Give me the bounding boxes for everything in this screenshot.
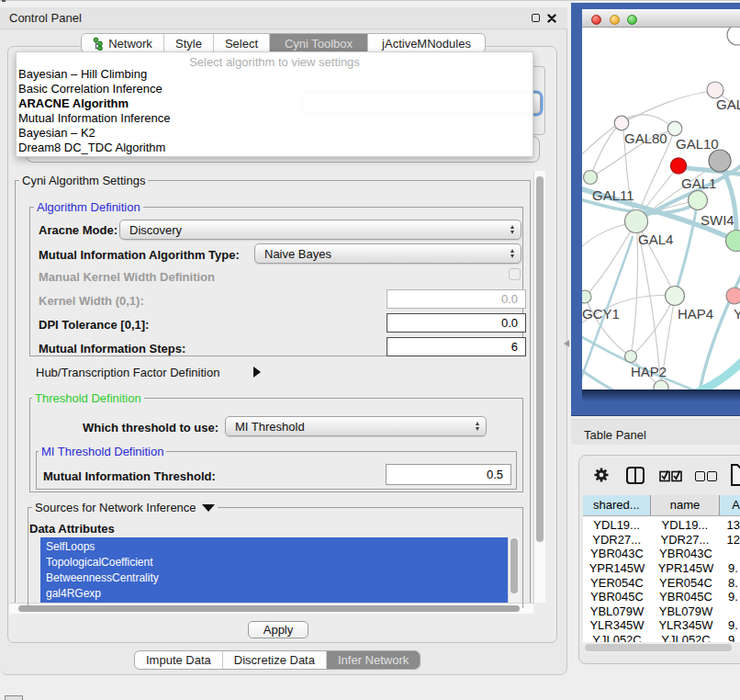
svg-text:GAL4: GAL4: [638, 231, 673, 247]
svg-text:HAP2: HAP2: [631, 364, 667, 379]
svg-text:GAL10: GAL10: [676, 136, 719, 152]
svg-text:Y: Y: [734, 306, 740, 322]
svg-text:GAL11: GAL11: [592, 187, 634, 203]
svg-text:SWI4: SWI4: [701, 212, 734, 228]
svg-text:HAP4: HAP4: [678, 306, 713, 322]
svg-text:GAL: GAL: [716, 96, 740, 112]
svg-text:GCY1: GCY1: [582, 306, 620, 322]
svg-text:GAL80: GAL80: [624, 130, 667, 146]
svg-text:GAL1: GAL1: [681, 175, 716, 191]
